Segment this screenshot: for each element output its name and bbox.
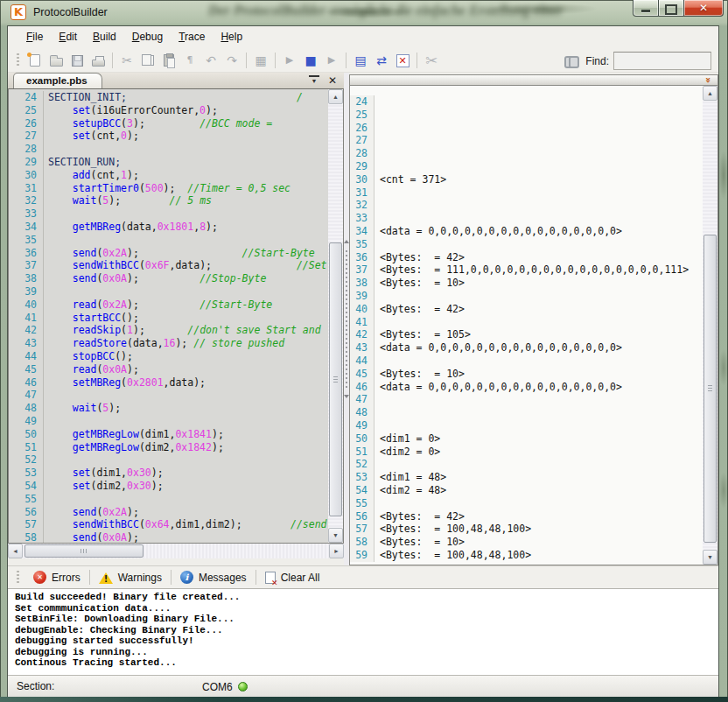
line-number: 38 bbox=[9, 272, 44, 285]
step-icon[interactable]: ▶ bbox=[322, 52, 341, 69]
editor-vscroll-thumb[interactable] bbox=[329, 242, 342, 516]
trace-line: 28 bbox=[350, 147, 703, 160]
minimize-button[interactable] bbox=[633, 0, 659, 17]
line-number: 56 bbox=[350, 510, 374, 523]
menu-help[interactable]: Help bbox=[213, 26, 250, 48]
menu-debug[interactable]: Debug bbox=[124, 26, 171, 48]
redo-icon[interactable]: ↷ bbox=[222, 52, 242, 69]
open-file-icon[interactable] bbox=[46, 52, 66, 69]
trace-text: <Bytes: = 10> bbox=[380, 536, 465, 549]
scroll-right-icon[interactable]: ► bbox=[329, 544, 344, 558]
copy-icon[interactable] bbox=[138, 52, 158, 69]
code-line: 48 wait(5); bbox=[9, 402, 328, 415]
trace-text: <Bytes: = 10> bbox=[380, 368, 465, 381]
disconnect-icon[interactable]: ✂ bbox=[422, 52, 441, 69]
menu-file[interactable]: File bbox=[18, 26, 51, 48]
tab-close-icon[interactable]: ✕ bbox=[328, 74, 337, 88]
log-line: Set commmunication data.... bbox=[15, 603, 718, 614]
code-text: SECTION_INIT; / bbox=[48, 91, 303, 104]
line-number: 42 bbox=[350, 328, 374, 341]
maximize-button[interactable] bbox=[659, 0, 683, 17]
save-icon[interactable] bbox=[67, 52, 87, 69]
menu-edit[interactable]: Edit bbox=[51, 26, 85, 48]
warnings-button[interactable]: Warnings bbox=[92, 572, 169, 584]
build-icon[interactable]: ▦ bbox=[251, 52, 270, 69]
app-icon: K bbox=[10, 4, 26, 20]
tab-list-dropdown-icon[interactable]: ▼ bbox=[309, 75, 319, 86]
line-number: 44 bbox=[350, 355, 374, 368]
new-file-icon[interactable] bbox=[25, 52, 45, 69]
stop-debug-icon[interactable]: ✕ bbox=[393, 52, 412, 69]
line-number: 33 bbox=[9, 207, 44, 221]
title-bar[interactable]: K ProtocolBuilder Der ProtocolBuilder er… bbox=[0, 0, 728, 25]
code-text: set(cnt,0); bbox=[48, 130, 139, 143]
print-icon[interactable] bbox=[88, 52, 108, 69]
code-line: 44 stopBCC(); bbox=[9, 350, 328, 363]
trace-line: 51<dim2 = 0> bbox=[350, 446, 703, 459]
code-text: send(0x0A); //Stop-Byte bbox=[48, 272, 266, 285]
line-number: 57 bbox=[350, 523, 374, 536]
scroll-up-icon[interactable]: ▲ bbox=[703, 86, 718, 101]
close-button[interactable] bbox=[683, 0, 724, 17]
scroll-down-icon[interactable]: ▼ bbox=[328, 528, 343, 543]
transfer-icon[interactable]: ⇄ bbox=[372, 52, 391, 69]
chevron-double-icon[interactable]: » bbox=[704, 77, 713, 83]
com-port-status: COM6 bbox=[202, 676, 248, 698]
trace-vscroll-thumb[interactable] bbox=[704, 235, 717, 543]
toolbar-separator bbox=[275, 53, 276, 68]
cut-icon[interactable]: ✂ bbox=[117, 52, 136, 69]
menu-trace[interactable]: Trace bbox=[171, 26, 213, 48]
code-line: 52 bbox=[9, 453, 328, 467]
tab-bar: example.pbs ▼ ✕ bbox=[8, 73, 344, 88]
line-number: 31 bbox=[9, 182, 44, 195]
code-line: 47 bbox=[9, 389, 328, 402]
paste-icon[interactable] bbox=[159, 52, 178, 69]
log-line: Continous Tracing started... bbox=[15, 657, 718, 669]
editor-horizontal-scrollbar[interactable]: ◄ ► bbox=[8, 544, 344, 558]
menu-build[interactable]: Build bbox=[85, 26, 124, 48]
trace-surface[interactable]: 24252627282930<cnt = 371>31323334<data =… bbox=[350, 86, 703, 565]
code-text: send(0x2A); //Start-Byte bbox=[48, 247, 315, 260]
trace-line: 45<Bytes: = 10> bbox=[350, 368, 703, 381]
find-input[interactable] bbox=[613, 52, 711, 70]
clear-all-button[interactable]: Clear All bbox=[258, 572, 327, 584]
line-number: 37 bbox=[9, 259, 44, 272]
messages-panel: Errors Warnings Messages Clear All bbox=[8, 565, 718, 675]
code-surface[interactable]: 24SECTION_INIT; /25 set(i16uErrorCounter… bbox=[9, 89, 328, 543]
line-number: 52 bbox=[9, 453, 44, 467]
editor-vertical-scrollbar[interactable]: ▲ ▼ bbox=[328, 89, 343, 543]
scroll-down-icon[interactable]: ▼ bbox=[703, 550, 718, 565]
stop-icon[interactable]: ■ bbox=[301, 52, 320, 69]
trace-text: <dim2 = 0> bbox=[380, 446, 440, 459]
run-icon[interactable]: ▶ bbox=[280, 52, 299, 69]
trace-line: 31 bbox=[350, 186, 703, 200]
log-line: Build succeeded! Binary file created... bbox=[15, 592, 718, 603]
client-area: FileEditBuildDebugTraceHelp ✂¶↶↷▦▶■▶▤⇄✕✂… bbox=[7, 25, 719, 697]
line-number: 35 bbox=[350, 238, 374, 251]
scroll-up-icon[interactable]: ▲ bbox=[328, 89, 343, 104]
code-editor[interactable]: 24SECTION_INIT; /25 set(i16uErrorCounter… bbox=[8, 88, 344, 544]
trace-pane-header[interactable]: » bbox=[349, 74, 718, 86]
trace-line: 42<Bytes: = 105> bbox=[350, 328, 703, 341]
trace-view-icon[interactable]: ▤ bbox=[351, 52, 370, 69]
trace-vertical-scrollbar[interactable]: ▲ ▼ bbox=[703, 86, 718, 565]
messages-button[interactable]: Messages bbox=[173, 571, 254, 584]
build-log[interactable]: Build succeeded! Binary file created...S… bbox=[8, 588, 718, 675]
line-number: 34 bbox=[9, 221, 44, 234]
editor-hscroll-thumb[interactable] bbox=[24, 544, 144, 558]
toolbar-separator bbox=[112, 53, 113, 68]
separator bbox=[171, 570, 172, 585]
code-line: 32 wait(5); // 5 ms bbox=[9, 194, 328, 207]
code-line: 45 read(0x0A); bbox=[9, 363, 328, 376]
pilcrow-icon[interactable]: ¶ bbox=[180, 52, 200, 69]
trace-output[interactable]: 24252627282930<cnt = 371>31323334<data =… bbox=[349, 86, 718, 565]
line-number: 26 bbox=[350, 122, 374, 135]
errors-button[interactable]: Errors bbox=[26, 571, 88, 584]
line-number: 24 bbox=[9, 91, 44, 104]
line-number: 46 bbox=[350, 381, 374, 394]
scroll-left-icon[interactable]: ◄ bbox=[8, 544, 23, 558]
trace-pane: » 24252627282930<cnt = 371>31323334<data… bbox=[349, 73, 718, 565]
window-title: ProtocolBuilder bbox=[33, 0, 108, 25]
tab-example-pbs[interactable]: example.pbs bbox=[13, 73, 102, 88]
undo-icon[interactable]: ↶ bbox=[201, 52, 220, 69]
